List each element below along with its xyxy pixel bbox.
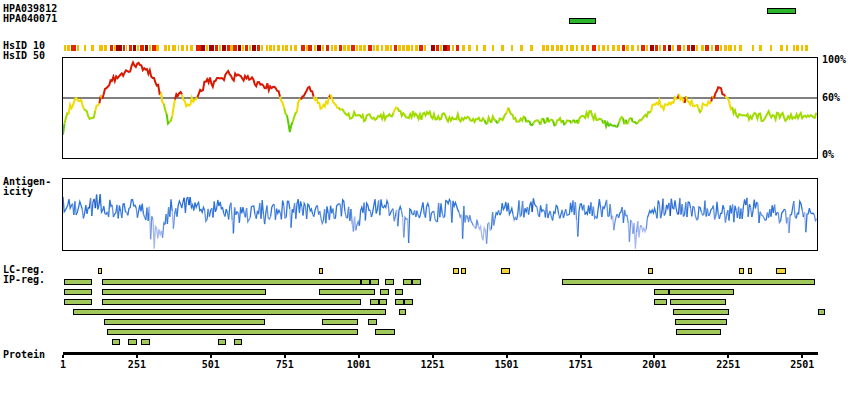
axis-tick-mark (62, 355, 64, 358)
protein-axis: 12515017511001125115011751200122512501 (0, 0, 850, 400)
axis-tick-label: 2501 (782, 360, 822, 370)
axis-tick-label: 1501 (487, 360, 527, 370)
axis-tick-mark (210, 355, 212, 358)
axis-tick-mark (506, 355, 508, 358)
axis-tick-label: 2251 (708, 360, 748, 370)
axis-tick-label: 1751 (561, 360, 601, 370)
axis-tick-label: 1251 (413, 360, 453, 370)
protein-antigen-feature-plot: HPA039812 HPA040071 HsID 10 HsID 50 100%… (0, 0, 850, 400)
axis-tick-mark (284, 355, 286, 358)
axis-tick-label: 1 (43, 360, 83, 370)
axis-tick-mark (653, 355, 655, 358)
axis-tick-mark (727, 355, 729, 358)
axis-tick-mark (358, 355, 360, 358)
axis-tick-label: 1001 (339, 360, 379, 370)
protein-axis-line (63, 352, 818, 355)
axis-tick-mark (136, 355, 138, 358)
axis-tick-mark (432, 355, 434, 358)
axis-tick-label: 501 (191, 360, 231, 370)
axis-tick-mark (801, 355, 803, 358)
axis-tick-label: 751 (265, 360, 305, 370)
axis-tick-label: 2001 (634, 360, 674, 370)
axis-tick-label: 251 (117, 360, 157, 370)
axis-tick-mark (580, 355, 582, 358)
